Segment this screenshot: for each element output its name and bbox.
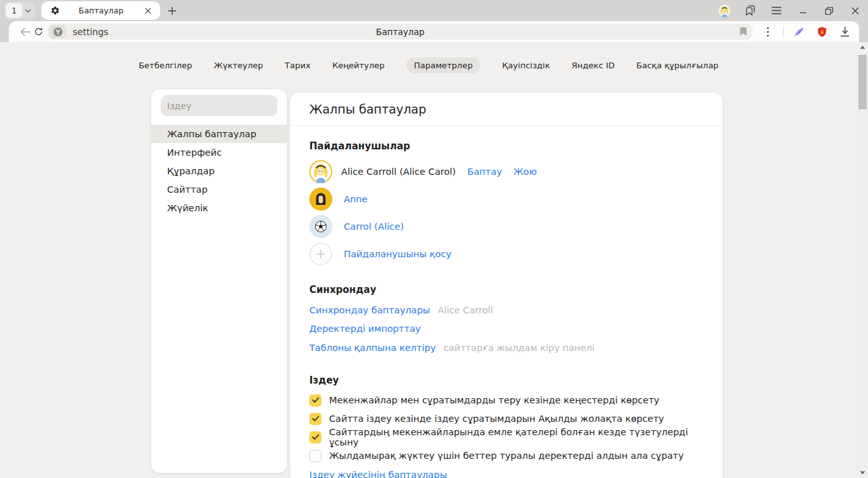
checkbox-label: Сайттардың мекенжайларында емле қателері…: [329, 427, 703, 447]
protect-shield-icon[interactable]: [811, 23, 834, 41]
scroll-up-icon[interactable]: [860, 45, 865, 49]
checkbox-unchecked-icon[interactable]: [309, 450, 321, 462]
checkbox-checked-icon[interactable]: [309, 394, 321, 407]
minimize-icon[interactable]: [790, 0, 816, 21]
menu-icon[interactable]: [763, 0, 790, 21]
sync-settings-row: Синхрондау баптаулары Alice Carroll: [309, 301, 703, 320]
side-panels-icon[interactable]: [737, 0, 763, 21]
page-title-center: Баптаулар: [48, 27, 753, 37]
chevron-down-icon: [25, 9, 31, 13]
tab-count: 1: [6, 3, 22, 18]
feather-extension-icon[interactable]: [788, 23, 811, 41]
nav-tab-downloads[interactable]: Жүктеулер: [214, 57, 263, 73]
checkbox-label: Мекенжайлар мен сұратымдарды теру кезінд…: [329, 395, 659, 405]
checkbox-row-spelling: Сайттардың мекенжайларында емле қателері…: [309, 428, 703, 447]
woman-avatar: [309, 188, 332, 211]
user-configure-link[interactable]: Баптау: [467, 167, 502, 177]
new-tab-button[interactable]: [168, 6, 177, 15]
kebab-menu-icon[interactable]: [756, 23, 779, 41]
checkbox-row-site-search: Сайтта іздеу кезінде іздеу сұратымдарын …: [309, 410, 703, 428]
sidebar-item-general[interactable]: Жалпы баптаулар: [151, 124, 287, 143]
site-favicon[interactable]: [49, 25, 66, 38]
sync-account-label: Alice Carroll: [438, 305, 493, 315]
users-section-title: Пайдаланушылар: [309, 140, 703, 152]
sync-section-title: Синхрондау: [309, 284, 703, 295]
toolbar-divider: [783, 27, 784, 37]
user-name: Alice Carroll (Alice Carol): [341, 167, 456, 177]
user-name-link[interactable]: Carrol (Alice): [344, 221, 404, 232]
search-engine-settings-link[interactable]: Іздеу жүйесінің баптаулары: [309, 470, 447, 478]
tab-strip: 1 Баптаулар: [0, 0, 868, 21]
nav-tab-yandex-id[interactable]: Яндекс ID: [571, 57, 615, 73]
user-delete-link[interactable]: Жою: [513, 167, 537, 177]
restore-tableau-link[interactable]: Таблоны қалпына келтіру: [309, 343, 436, 353]
restore-tableau-row: Таблоны қалпына келтіру сайттарға жылдам…: [309, 338, 703, 357]
scroll-down-icon[interactable]: [860, 471, 865, 475]
soccer-ball-avatar: [309, 215, 332, 238]
close-window-icon[interactable]: [842, 0, 868, 21]
nav-tab-bookmarks[interactable]: Бетбелгілер: [138, 57, 192, 73]
search-section-title: Іздеу: [309, 375, 703, 386]
checkbox-checked-icon[interactable]: [309, 431, 321, 444]
tableau-description: сайттарға жылдам кіру панелі: [443, 343, 594, 353]
girl-avatar: [309, 160, 332, 183]
bookmark-flag-icon[interactable]: [739, 27, 747, 36]
address-bar[interactable]: settings Баптаулар: [48, 24, 753, 40]
nav-tab-settings[interactable]: Параметрлер: [406, 57, 480, 73]
user-row-anne: Anne: [309, 185, 703, 213]
tab-title: Баптаулар: [60, 6, 142, 15]
settings-sidebar: Жалпы баптаулар Интерфейс Құралдар Сайтт…: [151, 89, 287, 473]
settings-nav: Бетбелгілер Жүктеулер Тарих Кеңейтулер П…: [0, 57, 857, 73]
import-data-link[interactable]: Деректерді импорттау: [309, 324, 421, 334]
page-scrollbar[interactable]: [857, 42, 868, 478]
user-row-alice: Alice Carroll (Alice Carol) Баптау Жою: [309, 158, 703, 185]
gear-icon: [50, 6, 60, 15]
checkbox-label: Сайтта іздеу кезінде іздеу сұратымдарын …: [329, 414, 664, 424]
settings-page: Бетбелгілер Жүктеулер Тарих Кеңейтулер П…: [0, 42, 868, 478]
checkbox-checked-icon[interactable]: [309, 413, 321, 425]
toolbar-row: settings Баптаулар: [0, 21, 868, 42]
add-user-link[interactable]: Пайдаланушыны қосу: [344, 249, 452, 259]
reload-icon[interactable]: [33, 23, 46, 41]
tab-close-icon[interactable]: [142, 6, 154, 15]
sidebar-item-sites[interactable]: Сайттар: [151, 180, 287, 198]
settings-main: Жалпы баптаулар Пайдаланушылар: [290, 93, 723, 478]
nav-tab-other-devices[interactable]: Басқа құрылғылар: [636, 57, 719, 73]
nav-tab-extensions[interactable]: Кеңейтулер: [332, 57, 385, 73]
restore-icon[interactable]: [816, 0, 842, 21]
checkbox-label: Жылдамырақ жүктеу үшін беттер туралы дер…: [329, 451, 684, 461]
checkbox-row-prefetch: Жылдамырақ жүктеу үшін беттер туралы дер…: [309, 447, 703, 465]
browser-tab[interactable]: Баптаулар: [41, 1, 160, 20]
sidebar-item-tools[interactable]: Құралдар: [151, 161, 287, 180]
search-input[interactable]: [161, 95, 277, 116]
url-text: settings: [73, 27, 108, 37]
nav-tab-security[interactable]: Қауіпсіздік: [502, 57, 550, 73]
import-data-row: Деректерді импорттау: [309, 320, 703, 339]
nav-tab-history[interactable]: Тарих: [285, 57, 311, 73]
scrollbar-thumb[interactable]: [858, 55, 867, 109]
download-icon[interactable]: [834, 23, 857, 41]
add-user-row[interactable]: Пайдаланушыны қосу: [309, 240, 703, 267]
profile-avatar[interactable]: [711, 0, 737, 21]
sidebar-item-interface[interactable]: Интерфейс: [151, 143, 287, 161]
user-name-link[interactable]: Anne: [344, 194, 367, 204]
user-row-carrol: Carrol (Alice): [309, 213, 703, 240]
checkbox-row-suggestions: Мекенжайлар мен сұратымдарды теру кезінд…: [309, 391, 703, 410]
sync-settings-link[interactable]: Синхрондау баптаулары: [309, 305, 430, 315]
plus-icon: [309, 243, 332, 265]
back-icon[interactable]: [19, 23, 33, 41]
page-title: Жалпы баптаулар: [309, 102, 426, 116]
tab-counter-button[interactable]: 1: [4, 2, 35, 19]
sidebar-item-system[interactable]: Жүйелік: [151, 198, 287, 217]
